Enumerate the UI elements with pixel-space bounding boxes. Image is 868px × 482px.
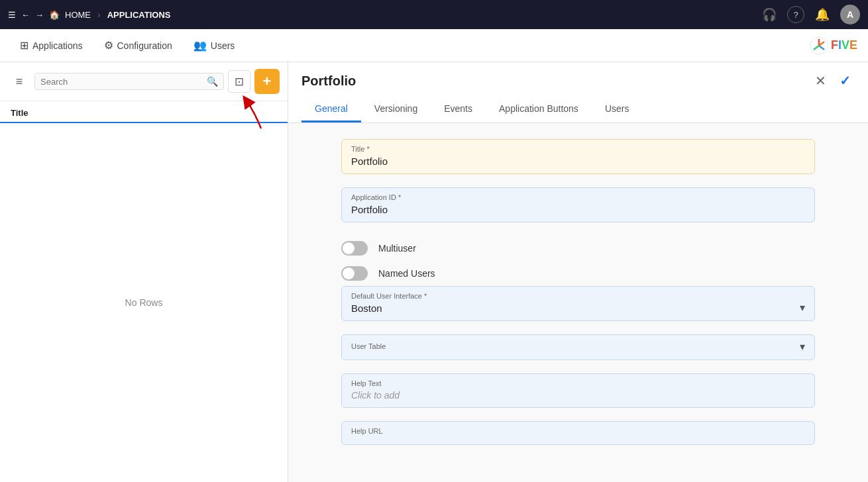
multiuser-toggle[interactable] <box>341 241 368 256</box>
help-text-label: Help Text <box>351 379 805 387</box>
tabs: General Versioning Events Application Bu… <box>301 97 855 122</box>
title-label: Title * <box>351 145 805 153</box>
left-panel: ≡ 🔍 ⊡ + <box>0 62 288 482</box>
search-icon: 🔍 <box>207 76 218 87</box>
list-header: Title <box>0 101 288 123</box>
list-body: No Rows <box>0 123 288 482</box>
multiuser-row: Multiuser <box>341 236 815 261</box>
appid-box[interactable]: Application ID * Portfolio <box>341 187 815 222</box>
default-ui-label: Default User Interface * <box>351 292 800 300</box>
title-value: Portfolio <box>351 156 805 167</box>
nav-configuration[interactable]: ⚙ Configuration <box>95 34 182 57</box>
default-ui-dropdown[interactable]: Default User Interface * Boston ▾ <box>341 286 815 321</box>
title-field: Title * Portfolio <box>341 139 815 174</box>
user-table-content: User Table <box>351 342 800 353</box>
multiuser-label: Multiuser <box>378 243 416 254</box>
help-text-field: Help Text Click to add <box>341 373 815 408</box>
breadcrumb-separator: › <box>97 9 101 20</box>
five-logo-icon <box>810 36 828 55</box>
top-navbar: ☰ ← → 🏠 HOME › APPLICATIONS 🎧 ? 🔔 A <box>0 0 868 29</box>
no-rows-text: No Rows <box>125 297 163 308</box>
appid-value: Portfolio <box>351 204 805 215</box>
filter-icon[interactable]: ≡ <box>8 70 30 93</box>
search-input[interactable] <box>40 77 203 87</box>
five-logo: FIVE <box>810 36 857 55</box>
help-icon[interactable]: ? <box>787 6 804 23</box>
applications-breadcrumb[interactable]: APPLICATIONS <box>107 10 171 20</box>
default-ui-field: Default User Interface * Boston ▾ <box>341 286 815 321</box>
default-ui-content: Default User Interface * Boston <box>351 292 800 314</box>
appid-label: Application ID * <box>351 193 805 201</box>
add-button[interactable]: + <box>254 69 280 94</box>
chevron-down-icon: ▾ <box>800 301 805 314</box>
user-table-chevron-icon: ▾ <box>800 340 805 353</box>
avatar[interactable]: A <box>840 5 860 24</box>
users-label: Users <box>211 40 235 51</box>
nav-applications[interactable]: ⊞ Applications <box>11 34 92 57</box>
title-box[interactable]: Title * Portfolio <box>341 139 815 174</box>
named-users-toggle[interactable] <box>341 266 368 281</box>
applications-label: Applications <box>32 40 83 51</box>
close-button[interactable]: ✕ <box>811 72 830 90</box>
panel-title: Portfolio <box>301 73 356 89</box>
main-layout: ≡ 🔍 ⊡ + <box>0 62 868 482</box>
configuration-label: Configuration <box>117 40 172 51</box>
help-text-box[interactable]: Help Text Click to add <box>341 373 815 408</box>
right-panel: Portfolio ✕ ✓ General Versioning Events … <box>288 62 868 482</box>
back-button[interactable]: ← <box>21 10 30 20</box>
user-table-label: User Table <box>351 342 800 350</box>
help-url-box[interactable]: Help URL <box>341 421 815 445</box>
tab-versioning[interactable]: Versioning <box>361 97 431 122</box>
tab-general[interactable]: General <box>301 97 361 122</box>
bell-icon[interactable]: 🔔 <box>815 7 830 22</box>
forward-button[interactable]: → <box>35 10 44 20</box>
users-icon: 👥 <box>193 39 207 52</box>
applications-icon: ⊞ <box>20 39 28 52</box>
expand-icon[interactable]: ⊡ <box>228 70 250 93</box>
support-icon[interactable]: 🎧 <box>762 7 777 22</box>
appid-field: Application ID * Portfolio <box>341 187 815 222</box>
default-ui-value: Boston <box>351 303 800 314</box>
svg-line-2 <box>819 46 824 50</box>
menu-icon[interactable]: ☰ <box>8 10 16 20</box>
svg-line-3 <box>814 46 819 50</box>
nav-users[interactable]: 👥 Users <box>184 34 244 57</box>
home-button[interactable]: HOME <box>65 10 91 20</box>
search-field-wrap: 🔍 <box>34 73 224 90</box>
named-users-label: Named Users <box>378 268 435 279</box>
right-header: Portfolio ✕ ✓ General Versioning Events … <box>288 62 868 123</box>
five-logo-text: FIVE <box>831 38 857 52</box>
help-url-label: Help URL <box>351 427 805 435</box>
right-header-top: Portfolio ✕ ✓ <box>301 72 855 97</box>
tab-events[interactable]: Events <box>431 97 486 122</box>
help-text-value: Click to add <box>351 390 805 401</box>
left-toolbar: ≡ 🔍 ⊡ + <box>0 62 288 101</box>
right-actions: ✕ ✓ <box>811 72 855 90</box>
secondary-navbar: ⊞ Applications ⚙ Configuration 👥 Users F… <box>0 29 868 62</box>
user-table-dropdown[interactable]: User Table ▾ <box>341 334 815 360</box>
save-button[interactable]: ✓ <box>836 72 855 90</box>
configuration-icon: ⚙ <box>104 39 113 52</box>
tab-users[interactable]: Users <box>592 97 643 122</box>
form-area: Title * Portfolio Application ID * Portf… <box>288 123 868 482</box>
user-table-field: User Table ▾ <box>341 334 815 360</box>
tab-application-buttons[interactable]: Application Buttons <box>486 97 592 122</box>
named-users-row: Named Users <box>341 261 815 286</box>
help-url-field: Help URL <box>341 421 815 445</box>
